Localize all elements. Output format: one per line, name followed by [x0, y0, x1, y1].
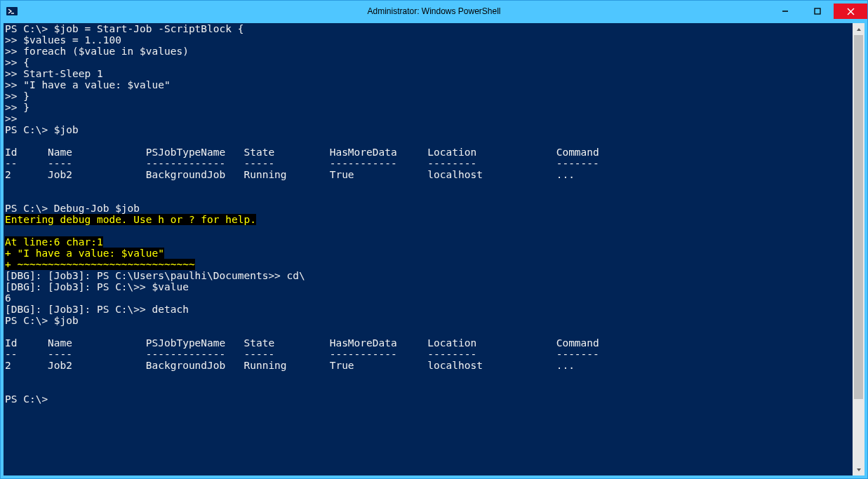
- window-title: Administrator: Windows PowerShell: [1, 6, 867, 16]
- console-client-area: PS C:\> $job = Start-Job -ScriptBlock {>…: [1, 22, 867, 478]
- console-line: Id Name PSJobTypeName State HasMoreData …: [5, 337, 851, 349]
- console-line: 2 Job2 BackgroundJob Running True localh…: [5, 360, 851, 371]
- close-button[interactable]: [834, 4, 867, 19]
- console-line: >> Start-Sleep 1: [5, 68, 851, 79]
- highlighted-text: At line:6 char:1: [5, 236, 103, 248]
- minimize-button[interactable]: [769, 4, 801, 19]
- console-line: >>: [5, 113, 851, 124]
- console-output[interactable]: PS C:\> $job = Start-Job -ScriptBlock {>…: [4, 23, 853, 475]
- console-line: -- ---- ------------- ----- ----------- …: [5, 349, 851, 360]
- console-line: PS C:\>: [5, 393, 851, 405]
- powershell-icon: [6, 6, 18, 17]
- scroll-track[interactable]: [853, 35, 864, 464]
- titlebar[interactable]: Administrator: Windows PowerShell: [1, 1, 867, 22]
- console-line: >> "I have a value: $value": [5, 79, 851, 90]
- console-line: [5, 135, 851, 147]
- vertical-scrollbar[interactable]: [853, 23, 864, 475]
- console-line: >> }: [5, 102, 851, 113]
- powershell-window: Administrator: Windows PowerShell PS C:\…: [0, 0, 868, 479]
- highlighted-text: Entering debug mode. Use h or ? for help…: [5, 214, 256, 225]
- console-line: [5, 180, 851, 191]
- console-line: [5, 326, 851, 337]
- console-line: [5, 225, 851, 236]
- console-line: [DBG]: [Job3]: PS C:\Users\paulhi\Docume…: [5, 270, 851, 281]
- console-line: + "I have a value: $value": [5, 248, 851, 259]
- maximize-button[interactable]: [801, 4, 834, 19]
- scroll-down-arrow-icon[interactable]: [853, 464, 864, 475]
- console-line: [DBG]: [Job3]: PS C:\>> detach: [5, 304, 851, 315]
- console-line: + ~~~~~~~~~~~~~~~~~~~~~~~~~~~~~: [5, 259, 851, 270]
- console-line: [5, 191, 851, 203]
- console-line: PS C:\> $job = Start-Job -ScriptBlock {: [5, 23, 851, 34]
- console-line: PS C:\> $job: [5, 315, 851, 326]
- console-line: At line:6 char:1: [5, 236, 851, 248]
- console-line: 6: [5, 292, 851, 304]
- console-line: [5, 371, 851, 382]
- highlighted-text: + "I have a value: $value": [5, 248, 164, 259]
- console-line: >> }: [5, 90, 851, 102]
- console-line: >> foreach ($value in $values): [5, 46, 851, 57]
- console-line: >> {: [5, 57, 851, 68]
- scroll-thumb[interactable]: [854, 35, 863, 399]
- window-controls: [769, 4, 867, 19]
- console-line: PS C:\> $job: [5, 124, 851, 135]
- console-line: PS C:\> Debug-Job $job: [5, 203, 851, 214]
- console-line: [DBG]: [Job3]: PS C:\>> $value: [5, 281, 851, 292]
- console-line: >> $values = 1..100: [5, 34, 851, 46]
- console-line: [5, 382, 851, 393]
- highlighted-text: + ~~~~~~~~~~~~~~~~~~~~~~~~~~~~~: [5, 259, 195, 270]
- console-line: -- ---- ------------- ----- ----------- …: [5, 158, 851, 169]
- console-line: Id Name PSJobTypeName State HasMoreData …: [5, 147, 851, 158]
- scroll-up-arrow-icon[interactable]: [853, 23, 864, 35]
- console-line: 2 Job2 BackgroundJob Running True localh…: [5, 169, 851, 180]
- console-line: Entering debug mode. Use h or ? for help…: [5, 214, 851, 225]
- svg-rect-3: [815, 8, 820, 14]
